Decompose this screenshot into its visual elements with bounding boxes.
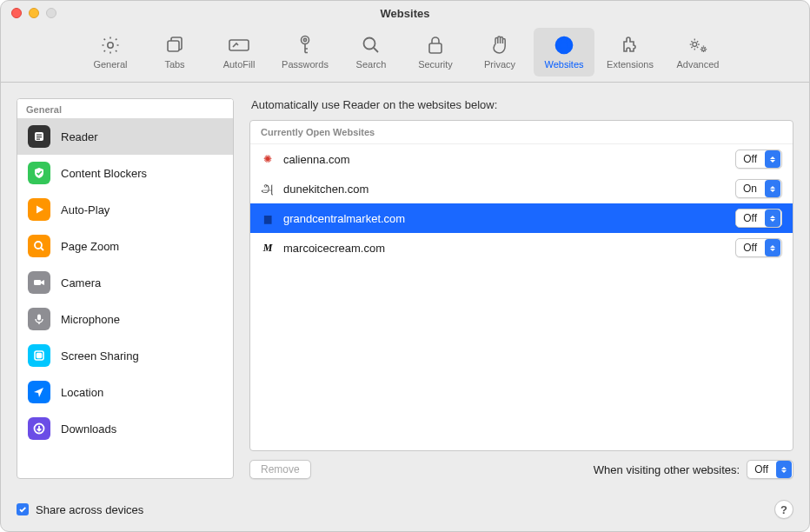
checkbox-check-icon bbox=[17, 503, 29, 515]
favicon-icon: அ bbox=[261, 182, 275, 196]
reader-icon bbox=[28, 125, 50, 148]
sidebar-item-label: Content Blockers bbox=[61, 167, 147, 180]
svg-rect-17 bbox=[34, 280, 41, 285]
screen-sharing-icon bbox=[28, 344, 50, 367]
sidebar-item-downloads[interactable]: Downloads bbox=[17, 410, 233, 447]
tab-general[interactable]: General bbox=[80, 28, 141, 76]
minimize-window-button[interactable] bbox=[29, 8, 39, 18]
tab-security[interactable]: Security bbox=[405, 28, 466, 76]
tab-label: Search bbox=[356, 59, 387, 70]
gears-icon bbox=[687, 34, 709, 57]
svg-rect-2 bbox=[229, 40, 249, 50]
site-row[interactable]: M marcoicecream.com Off bbox=[250, 233, 793, 263]
sidebar-item-label: Downloads bbox=[61, 422, 116, 436]
svg-point-9 bbox=[693, 43, 697, 47]
chevron-updown-icon bbox=[765, 209, 780, 227]
pencil-box-icon bbox=[228, 34, 250, 57]
tab-passwords[interactable]: Passwords bbox=[273, 28, 337, 76]
dropdown-value: Off bbox=[747, 463, 775, 475]
sidebar-item-content-blockers[interactable]: Content Blockers bbox=[17, 155, 233, 191]
sidebar-item-label: Auto-Play bbox=[61, 203, 110, 216]
favicon-icon: ✺ bbox=[261, 152, 275, 166]
sidebar-item-label: Location bbox=[61, 386, 103, 399]
help-icon: ? bbox=[780, 503, 787, 516]
sidebar-item-reader[interactable]: Reader bbox=[17, 118, 233, 155]
svg-point-4 bbox=[303, 38, 306, 41]
dropdown-value: On bbox=[736, 183, 764, 195]
websites-list: Currently Open Websites ✺ calienna.com O… bbox=[249, 120, 793, 451]
site-name: grandcentralmarket.com bbox=[283, 212, 727, 225]
svg-rect-6 bbox=[429, 43, 442, 53]
reader-dropdown[interactable]: On bbox=[735, 179, 782, 198]
dropdown-value: Off bbox=[736, 212, 764, 224]
site-row[interactable]: ✺ calienna.com Off bbox=[250, 144, 793, 174]
sidebar-item-page-zoom[interactable]: Page Zoom bbox=[17, 228, 233, 264]
tab-websites[interactable]: Websites bbox=[534, 28, 594, 76]
reader-dropdown[interactable]: Off bbox=[735, 150, 782, 169]
bottom-bar: Remove When visiting other websites: Off bbox=[249, 460, 793, 479]
lock-icon bbox=[424, 34, 447, 57]
tab-autofill[interactable]: AutoFill bbox=[209, 28, 269, 76]
svg-point-10 bbox=[702, 48, 705, 50]
search-icon bbox=[360, 34, 382, 57]
svg-point-5 bbox=[364, 38, 375, 50]
svg-rect-1 bbox=[168, 41, 179, 51]
chevron-updown-icon bbox=[776, 461, 792, 478]
tab-advanced[interactable]: Advanced bbox=[666, 28, 730, 76]
sidebar-item-location[interactable]: Location bbox=[17, 374, 233, 410]
dropdown-value: Off bbox=[736, 242, 764, 254]
play-icon bbox=[28, 198, 50, 221]
site-name: dunekitchen.com bbox=[283, 183, 727, 196]
preferences-toolbar: General Tabs AutoFill Passwords Search bbox=[1, 23, 809, 83]
reader-dropdown[interactable]: Off bbox=[735, 238, 782, 257]
svg-rect-12 bbox=[37, 135, 42, 136]
gear-icon bbox=[99, 34, 122, 57]
zoom-window-button[interactable] bbox=[46, 8, 56, 18]
tab-label: Websites bbox=[544, 59, 583, 70]
site-row[interactable]: ▆ grandcentralmarket.com Off bbox=[250, 203, 793, 233]
list-subheader: Currently Open Websites bbox=[250, 121, 793, 144]
svg-rect-19 bbox=[37, 315, 41, 321]
hand-icon bbox=[488, 34, 511, 57]
sidebar-item-screen-sharing[interactable]: Screen Sharing bbox=[17, 337, 233, 374]
tab-label: Extensions bbox=[607, 59, 654, 70]
tab-label: Passwords bbox=[282, 59, 329, 70]
remove-button[interactable]: Remove bbox=[249, 460, 311, 479]
dropdown-value: Off bbox=[736, 153, 764, 165]
help-button[interactable]: ? bbox=[774, 500, 793, 519]
reader-dropdown[interactable]: Off bbox=[735, 209, 782, 228]
site-name: marcoicecream.com bbox=[283, 242, 727, 255]
share-across-devices-checkbox[interactable]: Share across devices bbox=[17, 503, 143, 516]
sidebar-item-label: Camera bbox=[61, 276, 101, 289]
checkbox-label: Share across devices bbox=[36, 503, 143, 516]
tab-tabs[interactable]: Tabs bbox=[144, 28, 205, 76]
sidebar-section-label: General bbox=[17, 99, 233, 118]
favicon-icon: ▆ bbox=[261, 211, 275, 225]
svg-point-16 bbox=[35, 242, 42, 249]
tab-privacy[interactable]: Privacy bbox=[469, 28, 530, 76]
sidebar: General Reader Content Blockers Auto-Pla… bbox=[17, 98, 234, 479]
main-heading: Automatically use Reader on the websites… bbox=[249, 98, 793, 111]
sidebar-item-label: Screen Sharing bbox=[61, 349, 139, 362]
svg-point-8 bbox=[561, 37, 568, 54]
sidebar-item-microphone[interactable]: Microphone bbox=[17, 301, 233, 337]
tabs-icon bbox=[163, 34, 186, 57]
close-window-button[interactable] bbox=[11, 8, 22, 18]
site-row[interactable]: அ dunekitchen.com On bbox=[250, 174, 793, 203]
globe-icon bbox=[553, 34, 575, 57]
svg-rect-21 bbox=[37, 354, 42, 358]
other-websites-group: When visiting other websites: Off bbox=[594, 460, 793, 479]
svg-point-0 bbox=[108, 43, 113, 48]
sidebar-item-camera[interactable]: Camera bbox=[17, 264, 233, 301]
sidebar-item-label: Page Zoom bbox=[61, 240, 119, 253]
key-icon bbox=[294, 34, 316, 57]
svg-point-3 bbox=[302, 37, 309, 44]
chevron-updown-icon bbox=[765, 180, 780, 197]
other-websites-dropdown[interactable]: Off bbox=[747, 460, 793, 479]
tab-search[interactable]: Search bbox=[341, 28, 402, 76]
svg-rect-14 bbox=[37, 139, 40, 140]
shield-check-icon bbox=[28, 162, 50, 184]
tab-label: General bbox=[93, 59, 127, 70]
sidebar-item-auto-play[interactable]: Auto-Play bbox=[17, 191, 233, 228]
tab-extensions[interactable]: Extensions bbox=[598, 28, 662, 76]
